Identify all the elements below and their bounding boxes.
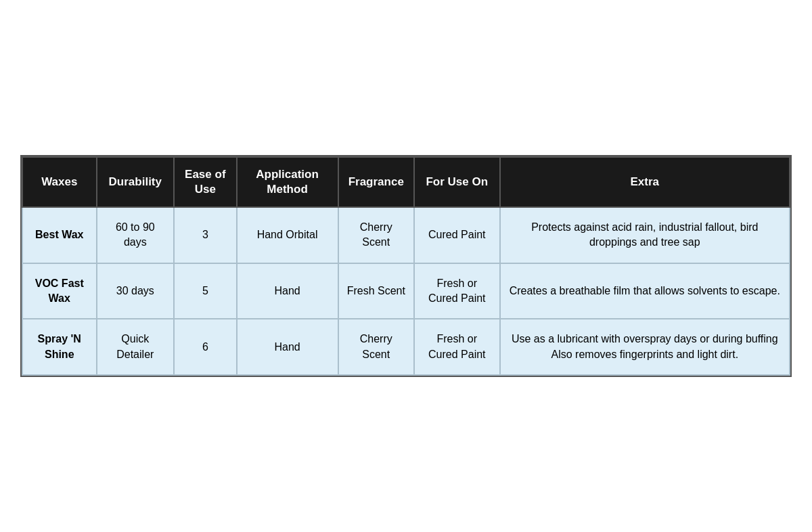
header-application-method: Application Method [237, 157, 338, 207]
fragrance-3: Cherry Scent [338, 319, 414, 375]
ease-2: 5 [174, 263, 237, 319]
application-2: Hand [237, 263, 338, 319]
header-fragrance: Fragrance [338, 157, 414, 207]
fragrance-1: Cherry Scent [338, 207, 414, 263]
table-header-row: Waxes Durability Ease of Use Application… [22, 157, 790, 207]
table-row: Spray 'N Shine Quick Detailer 6 Hand Che… [22, 319, 790, 375]
header-waxes: Waxes [22, 157, 97, 207]
table-row: Best Wax 60 to 90 days 3 Hand Orbital Ch… [22, 207, 790, 263]
for-use-on-2: Fresh or Cured Paint [414, 263, 500, 319]
wax-name-2: VOC Fast Wax [22, 263, 97, 319]
durability-1: 60 to 90 days [97, 207, 175, 263]
extra-3: Use as a lubricant with overspray days o… [500, 319, 790, 375]
wax-name-1: Best Wax [22, 207, 97, 263]
ease-3: 6 [174, 319, 237, 375]
durability-3: Quick Detailer [97, 319, 175, 375]
for-use-on-3: Fresh or Cured Paint [414, 319, 500, 375]
fragrance-2: Fresh Scent [338, 263, 414, 319]
durability-2: 30 days [97, 263, 175, 319]
extra-2: Creates a breathable film that allows so… [500, 263, 790, 319]
header-for-use-on: For Use On [414, 157, 500, 207]
header-ease-of-use: Ease of Use [174, 157, 237, 207]
extra-1: Protects against acid rain, industrial f… [500, 207, 790, 263]
wax-name-3: Spray 'N Shine [22, 319, 97, 375]
comparison-table: Waxes Durability Ease of Use Application… [20, 155, 792, 378]
table-row: VOC Fast Wax 30 days 5 Hand Fresh Scent … [22, 263, 790, 319]
application-3: Hand [237, 319, 338, 375]
ease-1: 3 [174, 207, 237, 263]
application-1: Hand Orbital [237, 207, 338, 263]
header-durability: Durability [97, 157, 175, 207]
header-extra: Extra [500, 157, 790, 207]
for-use-on-1: Cured Paint [414, 207, 500, 263]
